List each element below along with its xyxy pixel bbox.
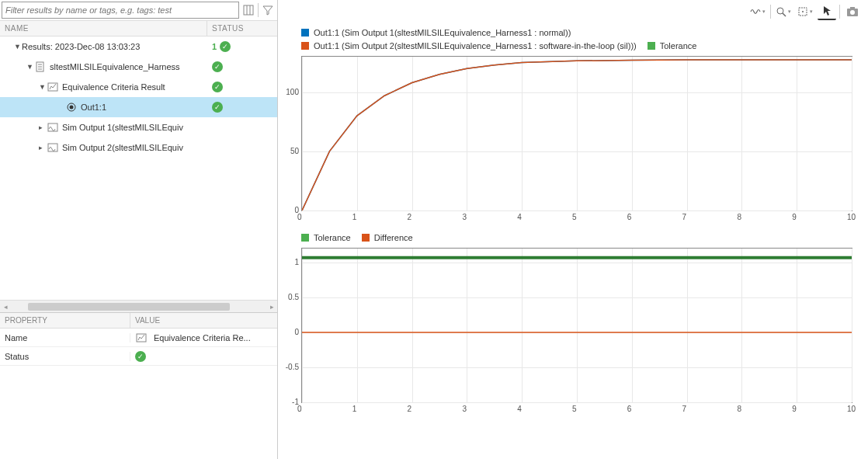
property-panel: PROPERTY VALUE NameEquivalence Criteria … (0, 312, 277, 459)
check-icon: ✓ (220, 41, 231, 52)
prop-header-property[interactable]: PROPERTY (0, 313, 130, 328)
chart1-legend: Out1:1 (Sim Output 1(sltestMILSILEquival… (301, 26, 852, 53)
legend-label: Out1:1 (Sim Output 1(sltestMILSILEquival… (314, 26, 571, 39)
y-tick-label: 1 (277, 258, 299, 266)
tree-label: Out1:1 (81, 103, 106, 112)
y-tick-label: 0.5 (277, 293, 299, 301)
col-header-status[interactable]: STATUS (207, 21, 277, 36)
doc-icon (34, 61, 47, 73)
right-panel: Out1:1 (Sim Output 1(sltestMILSILEquival… (278, 0, 868, 459)
y-tick-label: 0 (277, 206, 299, 214)
chart-area: Out1:1 (Sim Output 1(sltestMILSILEquival… (278, 23, 868, 459)
filter-icon[interactable] (260, 2, 276, 18)
x-tick-label: 3 (462, 405, 467, 413)
x-tick-label: 1 (352, 213, 357, 221)
divider (839, 5, 840, 19)
x-tick-label: 6 (627, 213, 632, 221)
chart2[interactable]: -1-0.500.51 (301, 248, 852, 403)
tree-body: ▼Results: 2023-Dec-08 13:03:231✓▼sltestM… (0, 37, 277, 300)
col-header-name[interactable]: NAME (0, 21, 207, 36)
legend-label: Tolerance (660, 40, 697, 52)
criteria-icon (135, 332, 148, 344)
check-icon: ✓ (212, 61, 223, 72)
property-row[interactable]: NameEquivalence Criteria Re... (0, 329, 277, 347)
x-tick-label: 9 (792, 213, 797, 221)
x-tick-label: 6 (627, 405, 632, 413)
expand-arrow-icon[interactable]: ▼ (26, 63, 34, 71)
y-tick-label: 100 (277, 88, 299, 96)
prop-name: Name (0, 333, 130, 343)
y-tick-label: 50 (277, 147, 299, 155)
tree-header: NAME STATUS (0, 20, 277, 37)
divider (258, 3, 259, 17)
signal-type-button[interactable] (748, 3, 767, 20)
legend-swatch (301, 42, 309, 50)
plot-toolbar (278, 0, 868, 23)
tree-row[interactable]: ▼sltestMILSILEquivalence_Harness✓ (0, 57, 277, 77)
x-tick-label: 5 (572, 405, 577, 413)
legend-item: Out1:1 (Sim Output 1(sltestMILSILEquival… (301, 26, 571, 39)
svg-point-16 (802, 11, 804, 12)
x-tick-label: 5 (572, 213, 577, 221)
svg-point-9 (70, 106, 74, 110)
tree-row[interactable]: ▼Equivalence Criteria Result✓ (0, 77, 277, 97)
x-tick-label: 0 (297, 405, 302, 413)
tree-row[interactable]: ▸Sim Output 1(sltestMILSILEquiv (0, 117, 277, 137)
expand-arrow-icon[interactable]: ▼ (14, 43, 22, 50)
tree-row[interactable]: Out1:1✓ (0, 97, 277, 117)
snapshot-button[interactable] (843, 3, 862, 20)
x-tick-label: 2 (408, 405, 412, 413)
svg-rect-0 (244, 5, 253, 15)
prop-header-value[interactable]: VALUE (130, 313, 277, 328)
zoom-button[interactable] (774, 3, 793, 20)
legend-swatch (301, 234, 309, 242)
svg-line-14 (783, 13, 786, 16)
x-tick-label: 7 (682, 213, 687, 221)
check-icon: ✓ (212, 102, 223, 113)
legend-item: Out1:1 (Sim Output 2(sltestMILSILEquival… (301, 40, 637, 52)
legend-swatch (648, 42, 655, 50)
expand-arrow-icon[interactable]: ▸ (39, 123, 47, 131)
filter-row (0, 0, 277, 20)
prop-header: PROPERTY VALUE (0, 313, 277, 329)
x-tick-label: 10 (847, 213, 856, 221)
fit-button[interactable] (796, 3, 814, 20)
filter-input[interactable] (2, 2, 239, 19)
legend-item: Tolerance (301, 231, 351, 244)
tree-row[interactable]: ▸Sim Output 2(sltestMILSILEquiv (0, 137, 277, 158)
x-tick-label: 9 (792, 405, 797, 413)
status-count: 1 (212, 42, 217, 51)
svg-rect-18 (850, 7, 855, 9)
legend-label: Difference (374, 231, 413, 244)
left-panel: NAME STATUS ▼Results: 2023-Dec-08 13:03:… (0, 0, 278, 459)
expand-arrow-icon[interactable]: ▸ (39, 144, 47, 151)
x-tick-label: 0 (297, 213, 302, 221)
legend-swatch (301, 29, 309, 37)
property-row[interactable]: Status✓ (0, 347, 277, 366)
legend-swatch (362, 234, 370, 242)
chart1[interactable]: 050100 (301, 56, 852, 211)
y-tick-label: -0.5 (277, 363, 299, 371)
x-tick-label: 8 (737, 405, 741, 413)
legend-label: Tolerance (314, 231, 351, 244)
columns-icon[interactable] (241, 2, 256, 18)
legend-item: Difference (362, 231, 413, 244)
tree-row[interactable]: ▼Results: 2023-Dec-08 13:03:231✓ (0, 37, 277, 57)
criteria-icon (47, 81, 59, 93)
x-tick-label: 2 (408, 213, 412, 221)
pointer-button[interactable] (818, 3, 836, 20)
tree-label: Sim Output 1(sltestMILSILEquiv (62, 123, 183, 132)
x-tick-label: 10 (847, 405, 856, 413)
x-tick-label: 3 (462, 213, 467, 221)
radio-icon (65, 101, 78, 113)
x-tick-label: 4 (517, 405, 522, 413)
x-tick-label: 1 (352, 405, 357, 413)
x-tick-label: 4 (517, 213, 522, 221)
signal-icon (47, 121, 59, 134)
h-scrollbar[interactable]: ◂ ▸ (0, 300, 277, 312)
tree-label: sltestMILSILEquivalence_Harness (50, 62, 180, 71)
scroll-thumb[interactable] (28, 303, 230, 311)
signal-icon (47, 141, 59, 154)
expand-arrow-icon[interactable]: ▼ (39, 83, 47, 91)
y-tick-label: 0 (277, 328, 299, 336)
